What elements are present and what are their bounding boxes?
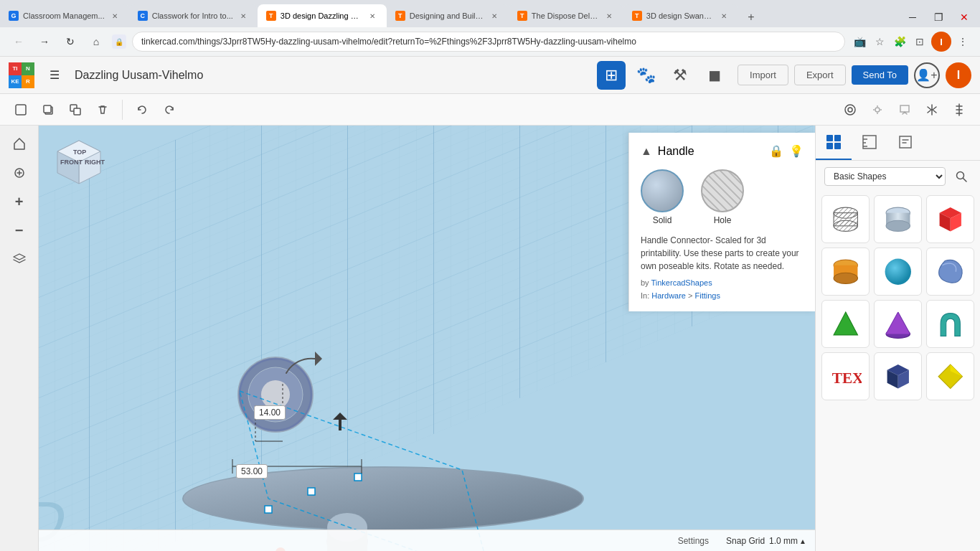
select-button[interactable]	[9, 98, 33, 122]
bookmark-icon[interactable]: ☆	[871, 33, 888, 50]
svg-line-55	[963, 179, 967, 182]
solid-option[interactable]: Solid	[641, 169, 684, 225]
sendto-button[interactable]: Send To	[852, 65, 908, 85]
tab-6[interactable]: T 3D design Swanky W... ✕	[623, 4, 738, 27]
tab-3-label: 3D design Dazzling U...	[281, 11, 362, 20]
home-view-button[interactable]	[6, 131, 32, 157]
tab-6-close[interactable]: ✕	[718, 10, 730, 22]
profile-extensions-icon[interactable]: ⊡	[911, 33, 928, 50]
speech-button[interactable]	[892, 98, 917, 122]
right-sidebar: Basic Shapes	[815, 126, 980, 551]
shapes-category-select[interactable]: Basic Shapes	[824, 167, 946, 186]
tab-6-favicon: T	[632, 11, 642, 21]
delete-button[interactable]	[90, 98, 115, 122]
tools-button[interactable]: ⚒	[666, 61, 694, 90]
extensions-icon[interactable]: 🧩	[891, 33, 908, 50]
import-button[interactable]: Import	[738, 65, 788, 85]
svg-text:RIGHT: RIGHT	[85, 159, 105, 166]
shape-item-orange-cylinder[interactable]	[821, 248, 870, 296]
menu-icon-button[interactable]: ☰	[43, 64, 66, 87]
layers-button[interactable]	[6, 246, 32, 272]
grid-view-button[interactable]: ⊞	[597, 61, 626, 90]
tab-5-close[interactable]: ✕	[603, 10, 615, 22]
tab-4-close[interactable]: ✕	[489, 10, 500, 22]
svg-point-27	[261, 380, 290, 409]
maximize-button[interactable]: ❐	[928, 7, 948, 27]
tab-1-close[interactable]: ✕	[109, 10, 121, 22]
popup-author-link[interactable]: TinkercadShapes	[651, 278, 712, 287]
cast-icon[interactable]: 📺	[851, 33, 868, 50]
tab-2[interactable]: C Classwork for Intro to... ✕	[129, 4, 258, 27]
shape-item-diamond[interactable]	[926, 352, 974, 400]
logo-cell-br: R	[22, 75, 34, 88]
snap-grid-value[interactable]: 1.0 mm ▲	[769, 536, 806, 546]
svg-point-5	[845, 105, 855, 115]
toolbar-right	[838, 98, 971, 122]
user-avatar[interactable]: I	[946, 62, 971, 88]
shapes-search-button[interactable]	[951, 166, 971, 187]
shape-item-sphere[interactable]	[874, 248, 922, 296]
fit-view-button[interactable]	[6, 160, 32, 186]
shape-item-pyramid[interactable]	[821, 300, 870, 348]
tab-2-close[interactable]: ✕	[237, 10, 249, 22]
shape-item-cone[interactable]	[874, 300, 922, 348]
popup-fittings-link[interactable]: Fittings	[695, 291, 720, 300]
svg-point-9	[877, 113, 878, 114]
home-button[interactable]: ⌂	[86, 32, 106, 52]
viewport-cube[interactable]: RIGHT FRONT TOP	[50, 137, 108, 194]
duplicate-button[interactable]	[63, 98, 88, 122]
sidebar-tab-grid[interactable]	[816, 126, 852, 160]
shape-item-text[interactable]: TEXT	[821, 352, 870, 400]
community-button[interactable]: 🐾	[631, 61, 660, 90]
sidebar-tab-ruler[interactable]	[852, 126, 887, 160]
new-tab-button[interactable]: +	[741, 7, 761, 27]
tab-1[interactable]: G Classroom Managem... ✕	[0, 4, 129, 27]
add-user-button[interactable]: 👤+	[914, 62, 940, 88]
shape-item-striped-cylinder[interactable]	[821, 195, 870, 243]
svg-text:TOP: TOP	[73, 149, 86, 156]
view-button[interactable]	[838, 98, 862, 122]
copy-button[interactable]	[36, 98, 60, 122]
tinkercad-logo[interactable]: TI N KE R	[9, 62, 34, 88]
sidebar-tab-bar	[816, 126, 980, 161]
export-button[interactable]: Export	[794, 65, 846, 85]
popup-info-icon[interactable]: 💡	[789, 144, 804, 158]
align-button[interactable]	[947, 98, 971, 122]
undo-button[interactable]	[130, 98, 154, 122]
shape-item-cylinder[interactable]	[874, 195, 922, 243]
popup-hardware-link[interactable]: Hardware	[651, 291, 686, 300]
shape-item-dark-box[interactable]	[874, 352, 922, 400]
back-button[interactable]: ←	[9, 32, 29, 52]
tab-3[interactable]: T 3D design Dazzling U... ✕	[258, 4, 387, 27]
tab-5-label: The Dispose Delight...	[532, 11, 599, 20]
site-info-icon[interactable]: 🔒	[112, 34, 126, 49]
canvas-area[interactable]: CD	[39, 126, 815, 551]
shape-item-arch[interactable]	[926, 300, 974, 348]
shape-item-box[interactable]	[926, 195, 974, 243]
svg-rect-34	[354, 474, 362, 481]
svg-rect-51	[834, 135, 841, 141]
profile-avatar[interactable]: I	[931, 32, 951, 52]
tab-4[interactable]: T Designing and Build... ✕	[387, 4, 509, 27]
url-input[interactable]	[132, 32, 845, 52]
zoom-out-button[interactable]: −	[6, 217, 32, 243]
redo-button[interactable]	[157, 98, 182, 122]
sidebar-tab-notes[interactable]	[887, 126, 923, 160]
tab-3-close[interactable]: ✕	[367, 10, 378, 22]
mirror-button[interactable]	[920, 98, 944, 122]
svg-rect-32	[265, 506, 272, 513]
forward-button[interactable]: →	[34, 32, 55, 52]
settings-button[interactable]: Settings	[672, 534, 715, 547]
popup-collapse-button[interactable]: ▲	[641, 145, 652, 158]
hole-option[interactable]: Hole	[701, 169, 744, 225]
minimize-button[interactable]: ─	[903, 7, 923, 27]
more-menu-icon[interactable]: ⋮	[954, 33, 971, 50]
close-window-button[interactable]: ✕	[954, 7, 974, 27]
shape-button[interactable]: ◼	[700, 61, 729, 90]
light-button[interactable]	[865, 98, 890, 122]
popup-lock-icon[interactable]: 🔒	[769, 144, 783, 158]
refresh-button[interactable]: ↻	[60, 32, 80, 52]
shape-item-irregular[interactable]	[926, 248, 974, 296]
tab-5[interactable]: T The Dispose Delight... ✕	[509, 4, 623, 27]
zoom-in-button[interactable]: +	[6, 189, 32, 215]
